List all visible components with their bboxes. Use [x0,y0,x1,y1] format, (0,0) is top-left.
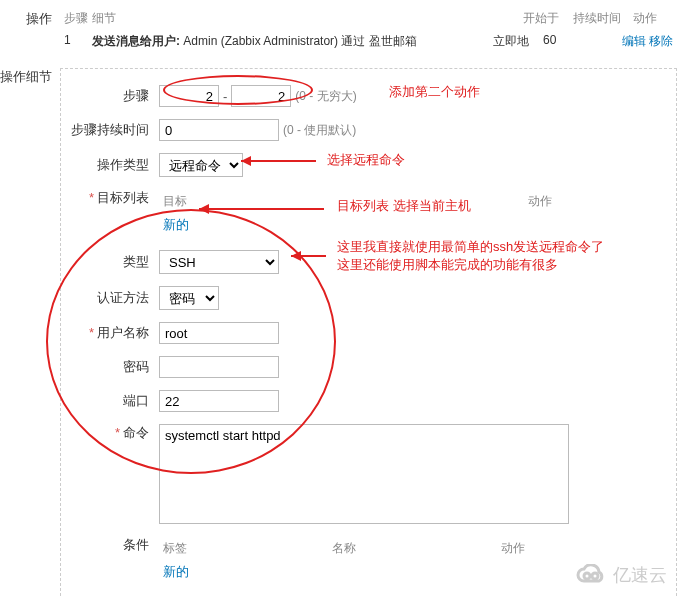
op-type-select[interactable]: 远程命令 [159,153,243,177]
operation-row-1: 1 发送消息给用户: Admin (Zabbix Administrator) … [60,29,677,54]
username-input[interactable] [159,322,279,344]
operation-detail-bold: 发送消息给用户: [92,34,180,48]
remove-link[interactable]: 移除 [649,34,673,48]
col-step: 步骤 [64,10,92,27]
operation-detail: 发送消息给用户: Admin (Zabbix Administrator) 通过… [92,33,493,50]
password-input[interactable] [159,356,279,378]
auth-select[interactable]: 密码 [159,286,219,310]
operations-label: 操作 [0,8,60,28]
annotation-choose-remote: 选择远程命令 [327,151,405,169]
conditions-label: 条件 [69,536,159,554]
operations-header: 步骤 细节 开始于 持续时间 动作 [60,8,677,29]
step-to-input[interactable] [231,85,291,107]
password-label: 密码 [69,358,159,376]
svg-point-6 [584,573,590,579]
col-detail: 细节 [92,10,523,27]
cond-col-name: 名称 [330,538,497,559]
operation-duration: 60 [543,33,603,50]
command-textarea[interactable] [159,424,569,524]
target-list-label: 目标列表 [69,189,159,207]
steps-label: 步骤 [69,87,159,105]
duration-hint: (0 - 使用默认) [283,122,356,139]
svg-point-7 [592,573,598,579]
annotation-target-host: 目标列表 选择当前主机 [337,197,471,215]
type-select[interactable]: SSH [159,250,279,274]
col-starts: 开始于 [523,10,573,27]
col-duration: 持续时间 [573,10,633,27]
port-label: 端口 [69,392,159,410]
cond-col-label: 标签 [161,538,328,559]
annotation-add-second: 添加第二个动作 [389,83,480,101]
conditions-new-link[interactable]: 新的 [163,564,189,579]
username-label: 用户名称 [69,324,159,342]
watermark: 亿速云 [573,563,667,587]
step-duration-input[interactable] [159,119,279,141]
arrow-icon [291,248,331,264]
target-new-link[interactable]: 新的 [163,217,189,232]
step-duration-label: 步骤持续时间 [69,121,159,139]
operation-detail-rest: Admin (Zabbix Administrator) 通过 盈世邮箱 [180,34,417,48]
auth-label: 认证方法 [69,289,159,307]
watermark-text: 亿速云 [613,563,667,587]
svg-marker-5 [291,251,301,261]
dash: - [223,89,227,104]
steps-hint: (0 - 无穷大) [295,88,356,105]
col-action: 动作 [633,10,673,27]
arrow-icon [241,153,321,169]
operation-starts: 立即地 [493,33,543,50]
annotation-ssh-line1: 这里我直接就使用最简单的ssh发送远程命令了 [337,238,604,256]
command-label: 命令 [69,424,159,442]
cond-col-action: 动作 [499,538,666,559]
operation-detail-label: 操作细节 [0,66,60,86]
type-label: 类型 [69,253,159,271]
op-type-label: 操作类型 [69,156,159,174]
port-input[interactable] [159,390,279,412]
annotation-ssh-line2: 这里还能使用脚本能完成的功能有很多 [337,256,558,274]
cloud-icon [573,564,607,586]
step-from-input[interactable] [159,85,219,107]
step-number: 1 [64,33,92,50]
edit-link[interactable]: 编辑 [622,34,646,48]
